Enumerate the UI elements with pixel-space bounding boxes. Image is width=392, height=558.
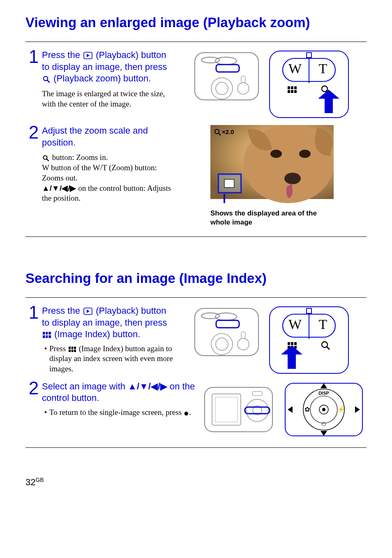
playback-icon	[83, 52, 92, 59]
section-image-index: Searching for an image (Image Index) 1 P…	[25, 270, 367, 448]
index-icon	[43, 332, 51, 338]
camera-back-illustration	[204, 385, 274, 434]
s2-step2-bullet: • To return to the single-image screen, …	[42, 408, 198, 418]
index-icon	[69, 347, 76, 352]
figure-zoomed-photo: ×2.0	[210, 125, 334, 203]
camera-top-illustration	[194, 305, 260, 359]
svg-line-26	[47, 159, 49, 161]
svg-text:⏲: ⏲	[321, 421, 327, 427]
figure-camera-wt-2: W T	[194, 305, 350, 375]
text: Select an image with	[42, 381, 128, 391]
text: (Image Index) button.	[54, 329, 140, 339]
step2: 2 Adjust the zoom scale and position. bu…	[25, 125, 178, 204]
wt-button-detail: W T	[268, 49, 350, 119]
text: To return to the single-image screen, pr…	[49, 408, 184, 417]
text: Press the	[42, 50, 83, 60]
page-number: 32	[25, 477, 35, 487]
s2-step1-bullet: • Press (Image Index) button again to di…	[42, 344, 173, 374]
arrow-keys: ▲/▼/◀/▶	[128, 381, 167, 391]
page-suffix: GB	[35, 477, 44, 483]
s2-step2-number: 2	[25, 379, 42, 397]
playback-icon	[83, 308, 92, 315]
text: (Playback zoom) button.	[53, 73, 151, 83]
s2-step2: 2 Select an image with ▲/▼/◀/▶ on the co…	[25, 381, 202, 418]
svg-point-30	[270, 150, 282, 158]
section1-title: Viewing an enlarged image (Playback zoom…	[25, 14, 367, 31]
step2-detail: button: Zooms in. W button of the W/T (Z…	[42, 153, 173, 203]
svg-text:T: T	[319, 317, 327, 332]
svg-text:W: W	[288, 61, 302, 76]
step1-instruction: Press the (Playback) button to display a…	[42, 49, 173, 85]
svg-rect-61	[307, 308, 311, 313]
text: (Image Index) button again to display an…	[49, 344, 173, 373]
step2-instruction: Adjust the zoom scale and position.	[42, 125, 173, 148]
svg-text:✿: ✿	[304, 406, 310, 413]
svg-line-3	[47, 80, 49, 82]
step2-number: 2	[25, 123, 42, 141]
figure-caption: Shows the displayed area of the whole im…	[210, 209, 334, 227]
s2-step1-number: 1	[25, 303, 42, 322]
svg-marker-41	[87, 310, 90, 313]
text: Press	[49, 344, 68, 353]
text: .	[189, 408, 191, 417]
svg-text:T: T	[319, 61, 327, 76]
center-button-icon: ●	[184, 408, 189, 418]
section2-title: Searching for an image (Image Index)	[25, 270, 367, 287]
svg-text:⚡: ⚡	[337, 405, 345, 413]
wt-button-detail: W T	[268, 305, 350, 375]
svg-text:DISP: DISP	[318, 391, 329, 396]
svg-rect-15	[307, 53, 311, 58]
svg-text:W: W	[288, 317, 302, 332]
text: button: Zooms in.	[52, 153, 108, 162]
step1-detail: The image is enlarged at twice the size,…	[42, 89, 173, 109]
s2-step2-instruction: Select an image with ▲/▼/◀/▶ on the cont…	[42, 381, 198, 404]
svg-point-86	[322, 408, 325, 411]
svg-point-32	[284, 173, 301, 184]
s2-step1: 1 Press the (Playback) button to display…	[25, 305, 178, 374]
step1-number: 1	[25, 48, 42, 66]
arrow-keys: ▲/▼/◀/▶	[42, 184, 76, 192]
section-divider	[25, 447, 367, 448]
control-dial-detail: DISP ✿ ⚡ ⏲	[283, 381, 365, 438]
magnify-icon	[43, 155, 49, 162]
svg-marker-1	[87, 54, 90, 57]
section-playback-zoom: Viewing an enlarged image (Playback zoom…	[25, 14, 367, 237]
section-divider	[25, 42, 367, 42]
s2-step1-instruction: Press the (Playback) button to display a…	[42, 305, 173, 340]
text: Press the	[42, 306, 83, 316]
text: W button of the W/T (Zoom) button: Zooms…	[42, 163, 157, 182]
page-footer: 32GB	[25, 477, 367, 488]
magnify-icon	[43, 76, 50, 83]
svg-rect-38	[224, 179, 234, 188]
camera-top-illustration	[194, 49, 260, 103]
svg-point-31	[299, 150, 311, 158]
figure-camera-wt: W T	[194, 49, 350, 119]
section-divider	[25, 236, 367, 237]
svg-text:×2.0: ×2.0	[222, 128, 234, 135]
step1: 1 Press the (Playback) button to display…	[25, 49, 178, 109]
section-divider	[25, 297, 367, 298]
